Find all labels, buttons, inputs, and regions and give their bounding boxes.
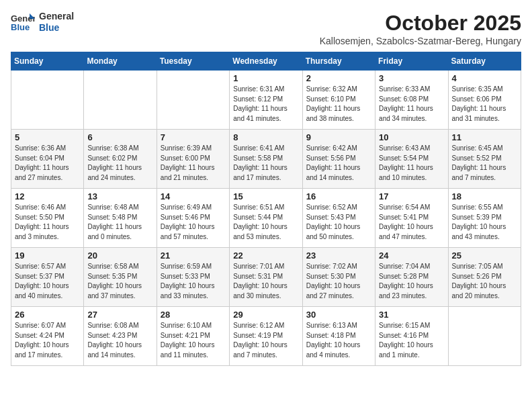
calendar-cell: 15Sunrise: 6:51 AM Sunset: 5:44 PM Dayli… (230, 189, 302, 248)
day-number: 11 (452, 132, 517, 142)
header-day-monday: Monday (84, 52, 157, 71)
day-number: 30 (306, 310, 371, 320)
calendar-cell: 20Sunrise: 6:58 AM Sunset: 5:35 PM Dayli… (84, 248, 157, 307)
day-number: 5 (15, 132, 80, 142)
calendar-cell: 19Sunrise: 6:57 AM Sunset: 5:37 PM Dayli… (11, 248, 84, 307)
calendar-cell (11, 71, 84, 130)
day-info: Sunrise: 6:41 AM Sunset: 5:58 PM Dayligh… (233, 144, 298, 183)
day-number: 2 (306, 73, 371, 83)
day-number: 10 (379, 132, 444, 142)
day-info: Sunrise: 6:51 AM Sunset: 5:44 PM Dayligh… (233, 203, 298, 242)
day-info: Sunrise: 6:49 AM Sunset: 5:46 PM Dayligh… (161, 203, 226, 242)
logo-icon: General Blue (11, 12, 35, 32)
day-info: Sunrise: 6:36 AM Sunset: 6:04 PM Dayligh… (15, 144, 80, 183)
calendar-cell: 10Sunrise: 6:43 AM Sunset: 5:54 PM Dayli… (375, 130, 448, 189)
day-info: Sunrise: 6:45 AM Sunset: 5:52 PM Dayligh… (452, 144, 517, 183)
day-number: 17 (379, 191, 444, 201)
header-day-tuesday: Tuesday (157, 52, 229, 71)
calendar-cell: 11Sunrise: 6:45 AM Sunset: 5:52 PM Dayli… (448, 130, 521, 189)
calendar-cell: 14Sunrise: 6:49 AM Sunset: 5:46 PM Dayli… (157, 189, 229, 248)
day-number: 21 (161, 250, 226, 261)
calendar-week-row: 1Sunrise: 6:31 AM Sunset: 6:12 PM Daylig… (11, 71, 521, 130)
calendar-header-row: SundayMondayTuesdayWednesdayThursdayFrid… (11, 52, 521, 71)
calendar-week-row: 26Sunrise: 6:07 AM Sunset: 4:24 PM Dayli… (11, 307, 521, 366)
day-info: Sunrise: 7:01 AM Sunset: 5:31 PM Dayligh… (233, 262, 298, 301)
calendar-cell: 6Sunrise: 6:38 AM Sunset: 6:02 PM Daylig… (84, 130, 157, 189)
calendar-cell: 18Sunrise: 6:55 AM Sunset: 5:39 PM Dayli… (448, 189, 521, 248)
day-info: Sunrise: 6:33 AM Sunset: 6:08 PM Dayligh… (379, 85, 444, 124)
calendar-cell: 24Sunrise: 7:04 AM Sunset: 5:28 PM Dayli… (375, 248, 448, 307)
day-info: Sunrise: 6:39 AM Sunset: 6:00 PM Dayligh… (161, 144, 226, 183)
day-number: 14 (161, 191, 226, 201)
day-number: 28 (161, 310, 226, 320)
day-info: Sunrise: 6:35 AM Sunset: 6:06 PM Dayligh… (452, 85, 517, 124)
day-info: Sunrise: 6:38 AM Sunset: 6:02 PM Dayligh… (87, 144, 152, 183)
calendar-cell: 23Sunrise: 7:02 AM Sunset: 5:30 PM Dayli… (302, 248, 375, 307)
calendar-cell: 31Sunrise: 6:15 AM Sunset: 4:16 PM Dayli… (375, 307, 448, 366)
day-number: 4 (452, 73, 517, 83)
calendar-cell: 4Sunrise: 6:35 AM Sunset: 6:06 PM Daylig… (448, 71, 521, 130)
calendar-cell: 12Sunrise: 6:46 AM Sunset: 5:50 PM Dayli… (11, 189, 84, 248)
day-info: Sunrise: 7:04 AM Sunset: 5:28 PM Dayligh… (379, 262, 444, 301)
day-info: Sunrise: 7:05 AM Sunset: 5:26 PM Dayligh… (452, 262, 517, 301)
day-info: Sunrise: 6:59 AM Sunset: 5:33 PM Dayligh… (161, 262, 226, 301)
logo-blue: Blue (39, 22, 74, 34)
title-section: October 2025 Kallosemjen, Szabolcs-Szatm… (320, 11, 521, 46)
day-number: 6 (87, 132, 152, 142)
calendar-cell: 27Sunrise: 6:08 AM Sunset: 4:23 PM Dayli… (84, 307, 157, 366)
day-number: 25 (452, 250, 517, 261)
day-number: 3 (379, 73, 444, 83)
calendar-cell: 9Sunrise: 6:42 AM Sunset: 5:56 PM Daylig… (302, 130, 375, 189)
header-day-saturday: Saturday (448, 52, 521, 71)
header-day-wednesday: Wednesday (230, 52, 302, 71)
day-info: Sunrise: 6:54 AM Sunset: 5:41 PM Dayligh… (379, 203, 444, 242)
day-number: 31 (379, 310, 444, 320)
calendar-cell: 28Sunrise: 6:10 AM Sunset: 4:21 PM Dayli… (157, 307, 229, 366)
calendar-cell: 29Sunrise: 6:12 AM Sunset: 4:19 PM Dayli… (230, 307, 302, 366)
day-number: 8 (233, 132, 298, 142)
calendar-cell: 25Sunrise: 7:05 AM Sunset: 5:26 PM Dayli… (448, 248, 521, 307)
month-title: October 2025 (320, 11, 521, 36)
day-number: 19 (15, 250, 80, 261)
day-info: Sunrise: 6:31 AM Sunset: 6:12 PM Dayligh… (233, 85, 298, 124)
calendar-cell (448, 307, 521, 366)
day-number: 7 (161, 132, 226, 142)
calendar-cell: 13Sunrise: 6:48 AM Sunset: 5:48 PM Dayli… (84, 189, 157, 248)
day-info: Sunrise: 6:52 AM Sunset: 5:43 PM Dayligh… (306, 203, 371, 242)
day-info: Sunrise: 6:57 AM Sunset: 5:37 PM Dayligh… (15, 262, 80, 301)
day-number: 29 (233, 310, 298, 320)
day-info: Sunrise: 6:12 AM Sunset: 4:19 PM Dayligh… (233, 321, 298, 360)
day-number: 13 (87, 191, 152, 201)
calendar-cell: 21Sunrise: 6:59 AM Sunset: 5:33 PM Dayli… (157, 248, 229, 307)
day-info: Sunrise: 6:10 AM Sunset: 4:21 PM Dayligh… (161, 321, 226, 360)
day-number: 12 (15, 191, 80, 201)
day-info: Sunrise: 6:07 AM Sunset: 4:24 PM Dayligh… (15, 321, 80, 360)
day-number: 22 (233, 250, 298, 261)
calendar-cell: 2Sunrise: 6:32 AM Sunset: 6:10 PM Daylig… (302, 71, 375, 130)
calendar-cell: 16Sunrise: 6:52 AM Sunset: 5:43 PM Dayli… (302, 189, 375, 248)
day-number: 24 (379, 250, 444, 261)
day-info: Sunrise: 6:58 AM Sunset: 5:35 PM Dayligh… (87, 262, 152, 301)
day-info: Sunrise: 6:46 AM Sunset: 5:50 PM Dayligh… (15, 203, 80, 242)
day-info: Sunrise: 6:08 AM Sunset: 4:23 PM Dayligh… (87, 321, 152, 360)
header-day-friday: Friday (375, 52, 448, 71)
day-number: 26 (15, 310, 80, 320)
calendar-cell (84, 71, 157, 130)
day-info: Sunrise: 6:13 AM Sunset: 4:18 PM Dayligh… (306, 321, 371, 360)
day-number: 20 (87, 250, 152, 261)
svg-text:Blue: Blue (11, 22, 30, 32)
day-number: 9 (306, 132, 371, 142)
day-info: Sunrise: 6:55 AM Sunset: 5:39 PM Dayligh… (452, 203, 517, 242)
day-number: 15 (233, 191, 298, 201)
calendar-cell: 26Sunrise: 6:07 AM Sunset: 4:24 PM Dayli… (11, 307, 84, 366)
day-info: Sunrise: 6:15 AM Sunset: 4:16 PM Dayligh… (379, 321, 444, 360)
day-info: Sunrise: 6:48 AM Sunset: 5:48 PM Dayligh… (87, 203, 152, 242)
calendar-cell: 1Sunrise: 6:31 AM Sunset: 6:12 PM Daylig… (230, 71, 302, 130)
calendar-cell: 7Sunrise: 6:39 AM Sunset: 6:00 PM Daylig… (157, 130, 229, 189)
logo-general: General (39, 11, 74, 22)
page-header: General Blue General Blue October 2025 K… (11, 11, 521, 46)
day-number: 27 (87, 310, 152, 320)
logo: General Blue General Blue (11, 11, 74, 34)
calendar-week-row: 19Sunrise: 6:57 AM Sunset: 5:37 PM Dayli… (11, 248, 521, 307)
day-number: 23 (306, 250, 371, 261)
